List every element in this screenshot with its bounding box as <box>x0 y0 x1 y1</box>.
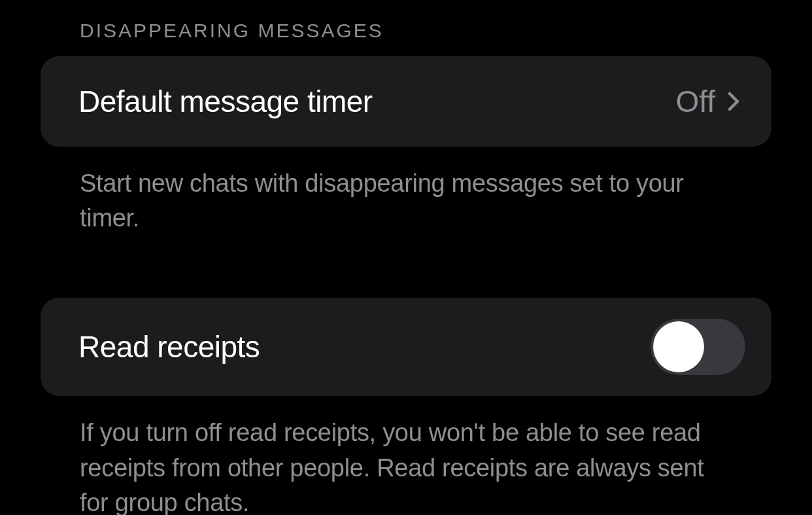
chevron-right-icon <box>727 90 740 113</box>
read-receipts-toggle[interactable] <box>651 319 745 375</box>
default-message-timer-value-container: Off <box>675 84 740 119</box>
section-header-disappearing-messages: DISAPPEARING MESSAGES <box>41 20 771 42</box>
settings-container: DISAPPEARING MESSAGES Default message ti… <box>0 0 812 515</box>
default-message-timer-row[interactable]: Default message timer Off <box>41 56 771 147</box>
disappearing-messages-description: Start new chats with disappearing messag… <box>41 147 771 236</box>
read-receipts-description: If you turn off read receipts, you won't… <box>41 396 771 515</box>
default-message-timer-label: Default message timer <box>78 84 373 119</box>
default-message-timer-value: Off <box>675 84 715 119</box>
section-spacer <box>41 236 771 298</box>
toggle-knob <box>653 321 704 372</box>
read-receipts-label: Read receipts <box>78 329 260 364</box>
read-receipts-row: Read receipts <box>41 298 771 396</box>
